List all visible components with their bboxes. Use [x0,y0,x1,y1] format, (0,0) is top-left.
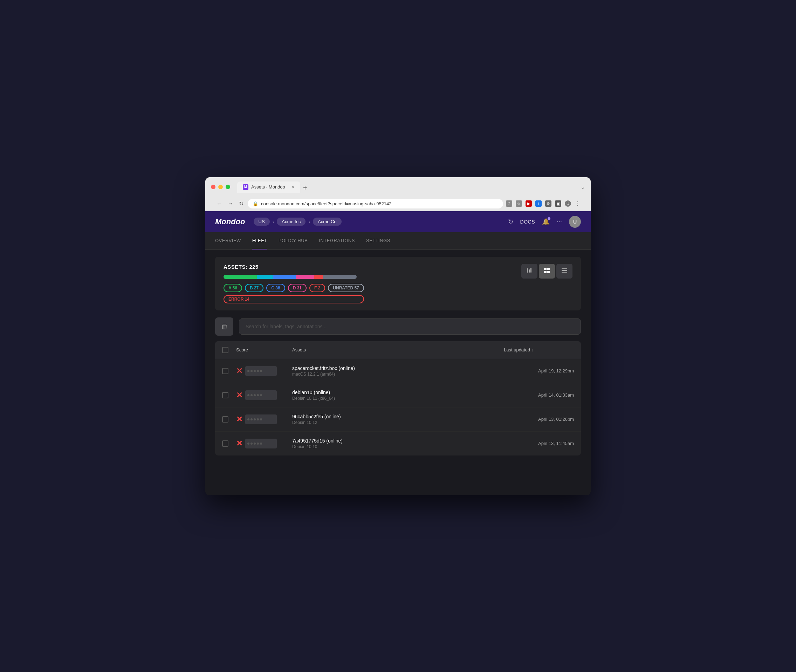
bar-segment-a [224,275,257,279]
row-checkbox[interactable] [222,368,229,374]
tab-policy-hub[interactable]: POLICY HUB [278,232,308,250]
view-toggle-grid[interactable] [539,264,555,278]
dot-3 [254,370,256,372]
badge-f[interactable]: F 2 [309,284,325,292]
puzzle-icon[interactable]: ⚙ [545,200,551,207]
maximize-traffic-light[interactable] [225,185,230,189]
layout-icon[interactable]: ▣ [555,200,561,207]
browser-tabs: M Assets · Mondoo × + [237,181,310,193]
score-dots [247,418,262,421]
score-indicator: ✕ [236,390,292,400]
badge-unrated[interactable]: UNRATED 57 [328,284,364,292]
tab-integrations[interactable]: INTEGRATIONS [319,232,355,250]
dot-1 [247,418,249,421]
row-score-cell: ✕ [236,366,292,376]
dot-4 [257,443,259,445]
back-button[interactable]: ← [215,199,224,208]
table-row[interactable]: ✕ [215,432,581,456]
active-tab[interactable]: M Assets · Mondoo × [237,181,300,193]
svg-rect-7 [562,268,567,269]
star-icon[interactable]: ☆ [516,200,522,207]
extension-icon-1[interactable]: i [535,200,542,207]
row-asset-cell: debian10 (online) Debian 10.11 (x86_64) [292,390,504,401]
header-score: Score [236,347,292,352]
svg-rect-3 [544,268,547,270]
view-toggle-bar[interactable] [521,264,537,278]
browser-chrome: M Assets · Mondoo × + ⌄ ← → ↻ 🔒 console.… [205,177,591,211]
forward-button[interactable]: → [226,199,235,208]
badge-error[interactable]: ERROR 14 [224,295,364,303]
profile-icon[interactable]: U [565,200,571,207]
top-bar-right: ↻ DOCS 🔔 ··· U [508,216,581,228]
bookmark-icon[interactable]: ⤴ [506,200,512,207]
breadcrumb: US › Acme Inc › Acme Co [254,218,342,226]
bar-segment-c [273,275,296,279]
assets-table: Score Assets Last updated ↓ ✕ [215,341,581,456]
youtube-icon[interactable]: ▶ [526,200,532,207]
score-dots [247,443,262,445]
svg-rect-6 [547,271,550,273]
badge-d[interactable]: D 31 [288,284,307,292]
notification-dot [548,217,550,220]
close-traffic-light[interactable] [211,185,216,189]
row-checkbox[interactable] [222,440,229,447]
delete-button[interactable] [215,317,233,336]
docs-link[interactable]: DOCS [520,219,535,225]
bar-segment-f [314,275,323,279]
badge-a[interactable]: A 56 [224,284,242,292]
row-checkbox[interactable] [222,392,229,398]
minimize-traffic-light[interactable] [218,185,223,189]
table-row[interactable]: ✕ [215,383,581,408]
breadcrumb-acme-co[interactable]: Acme Co [313,218,341,226]
dot-4 [257,370,259,372]
avatar[interactable]: U [569,216,581,228]
view-toggles [521,264,572,278]
dot-2 [251,418,253,421]
row-checkbox[interactable] [222,416,229,422]
url-text: console.mondoo.com/space/fleet?spaceId=m… [261,201,392,206]
dot-3 [254,443,256,445]
badge-c[interactable]: C 38 [266,284,285,292]
topbar-refresh-icon[interactable]: ↻ [508,218,513,226]
dot-2 [251,443,253,445]
row-score-cell: ✕ [236,390,292,400]
asset-sub: Debian 10.10 [292,444,504,449]
header-last-updated[interactable]: Last updated ↓ [504,347,574,352]
tab-overview[interactable]: OVERVIEW [215,232,241,250]
view-toggle-list[interactable] [556,264,572,278]
reload-button[interactable]: ↻ [238,199,245,208]
dot-4 [257,394,259,396]
row-checkbox-cell [222,392,236,398]
window-collapse-icon[interactable]: ⌄ [580,184,585,190]
notification-icon[interactable]: 🔔 [542,218,550,226]
table-row[interactable]: ✕ [215,408,581,432]
topbar-more-icon[interactable]: ··· [557,218,562,225]
row-asset-cell: spacerocket.fritz.box (online) macOS 12.… [292,365,504,377]
tab-settings[interactable]: SETTINGS [366,232,390,250]
more-menu-icon[interactable]: ⋮ [575,200,581,207]
search-input[interactable] [239,318,581,334]
asset-sub: Debian 10.12 [292,420,504,425]
dot-1 [247,370,249,372]
main-content: ASSETS: 225 [205,250,591,495]
app-content: Mondoo US › Acme Inc › Acme Co ↻ DOCS 🔔 … [205,211,591,495]
badge-b[interactable]: B 27 [245,284,264,292]
tab-fleet[interactable]: FLEET [252,232,267,250]
tab-favicon: M [243,184,248,190]
table-row[interactable]: ✕ [215,359,581,383]
bar-segment-b [257,275,273,279]
row-score-cell: ✕ [236,438,292,448]
error-icon: ✕ [236,439,243,448]
new-tab-button[interactable]: + [300,183,310,193]
svg-rect-5 [544,271,547,273]
breadcrumb-us[interactable]: US [254,218,270,226]
mondoo-logo: Mondoo [215,217,245,226]
error-icon: ✕ [236,390,243,400]
address-bar[interactable]: 🔒 console.mondoo.com/space/fleet?spaceId… [248,199,503,208]
svg-rect-1 [529,269,530,273]
sort-arrow-icon: ↓ [531,347,534,352]
select-all-checkbox[interactable] [222,347,229,353]
breadcrumb-acme-inc[interactable]: Acme Inc [277,218,305,226]
tab-close-button[interactable]: × [292,184,295,190]
assets-header-row: ASSETS: 225 [224,264,572,303]
